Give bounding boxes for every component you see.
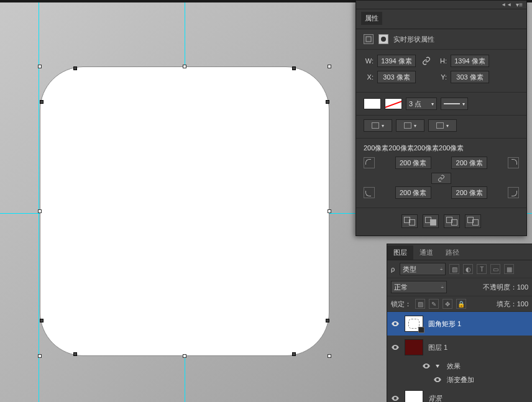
layer-list: 圆角矩形 1 图层 1 效果 渐变叠加 [387, 312, 532, 402]
collapse-triangle-icon[interactable] [436, 365, 439, 368]
chevron-down-icon: ▾ [431, 101, 434, 107]
radius-handle[interactable] [292, 66, 296, 70]
filter-kind-dropdown[interactable]: 类型 ÷ [400, 263, 446, 275]
path-combine-button[interactable] [401, 214, 418, 228]
blend-mode-value: 正常 [394, 283, 408, 292]
path-exclude-button[interactable] [465, 214, 481, 228]
fx-label: 效果 [447, 362, 461, 371]
radius-handle[interactable] [40, 100, 44, 104]
path-intersect-button[interactable] [444, 214, 460, 228]
blend-opacity-row: 正常 ÷ 不透明度：100 [387, 278, 532, 296]
radius-bl-input[interactable] [395, 186, 431, 199]
guide-vertical-left[interactable] [39, 2, 39, 402]
tab-paths[interactable]: 路径 [439, 245, 466, 260]
handle-ml[interactable] [38, 209, 42, 213]
path-subtract-button[interactable] [423, 214, 439, 228]
visibility-icon[interactable] [422, 362, 431, 370]
tab-channels[interactable]: 通道 [413, 245, 439, 260]
radius-tl-input[interactable] [395, 157, 431, 169]
radius-br-input[interactable] [451, 186, 487, 199]
chevron-down-icon: ÷ [441, 285, 444, 290]
radius-handle[interactable] [326, 319, 329, 322]
layer-fx-header[interactable]: 效果 [387, 359, 532, 373]
handle-tr[interactable] [328, 65, 331, 68]
stroke-swatch[interactable] [385, 98, 402, 109]
layer-item-layer1[interactable]: 图层 1 [387, 336, 532, 359]
stroke-align-dropdown[interactable]: ▾ [364, 119, 392, 132]
visibility-icon[interactable] [391, 319, 400, 328]
lock-paint-icon[interactable]: ✎ [429, 299, 439, 309]
layer-thumbnail [405, 339, 423, 355]
layers-tabs: 图层 通道 路径 [387, 244, 532, 260]
radius-handle[interactable] [73, 352, 77, 356]
tab-layers[interactable]: 图层 [387, 245, 413, 260]
filter-pixel-icon[interactable]: ▨ [449, 264, 459, 274]
x-label: X: [364, 73, 374, 81]
panel-title-row: 属性 [356, 9, 526, 29]
layer-item-background[interactable]: 背景 [387, 386, 532, 402]
link-wh-icon[interactable] [420, 55, 433, 66]
radius-handle[interactable] [292, 352, 296, 356]
width-input[interactable] [377, 55, 416, 67]
corner-tr-icon [508, 157, 519, 168]
shape-bounds-icon [364, 34, 374, 44]
layer-item-rounded-rect[interactable]: 圆角矩形 1 [387, 312, 532, 336]
radius-tr-input[interactable] [451, 157, 487, 169]
handle-mr[interactable] [328, 209, 331, 213]
stroke-style-dropdown[interactable]: ▾ [441, 98, 468, 110]
svg-point-1 [381, 37, 386, 42]
blend-mode-dropdown[interactable]: 正常 ÷ [391, 281, 447, 293]
handle-tc[interactable] [183, 65, 186, 68]
height-input[interactable] [451, 55, 489, 67]
height-label: H: [437, 57, 447, 65]
fill-value[interactable]: 100 [517, 300, 528, 308]
filter-smart-icon[interactable]: ▦ [504, 264, 514, 274]
handle-tl[interactable] [38, 65, 42, 68]
lock-all-icon[interactable]: 🔒 [456, 299, 466, 309]
corner-tl-icon [364, 157, 375, 168]
filter-type-icon[interactable]: T [477, 264, 487, 274]
properties-panel: ◄◄ ▾≡ 属性 实时形状属性 W: H: X: Y: [355, 0, 527, 236]
coordinates-section: W: H: X: Y: [356, 50, 526, 93]
layer-thumbnail [405, 390, 423, 402]
visibility-icon[interactable] [391, 343, 400, 352]
handle-bl[interactable] [38, 354, 42, 358]
stroke-options-row: ▾ ▾ ▾ [356, 116, 526, 139]
radius-handle[interactable] [326, 100, 329, 104]
layer-name: 圆角矩形 1 [428, 319, 461, 329]
handle-br[interactable] [328, 354, 331, 358]
radius-summary: 200像素200像素200像素200像素 [364, 144, 519, 153]
collapse-icon[interactable]: ◄◄ [501, 2, 512, 7]
cap-dropdown[interactable]: ▾ [396, 119, 424, 132]
x-input[interactable] [377, 71, 416, 83]
lock-pixels-icon[interactable]: ▨ [415, 299, 425, 309]
filter-shape-icon[interactable]: ▭ [490, 264, 500, 274]
fill-swatch[interactable] [364, 98, 381, 109]
opacity-value[interactable]: 100 [517, 283, 528, 291]
join-dropdown[interactable]: ▾ [428, 119, 457, 132]
link-radii-button[interactable] [431, 173, 451, 184]
handle-bc[interactable] [183, 354, 186, 358]
rounded-rectangle-shape[interactable] [40, 66, 329, 356]
chevron-down-icon: ▾ [462, 101, 465, 107]
lock-position-icon[interactable]: ✥ [443, 299, 452, 309]
panel-menu-icon[interactable]: ▾≡ [516, 1, 523, 8]
live-shape-header: 实时形状属性 [356, 29, 526, 50]
chevron-down-icon: ÷ [440, 267, 443, 272]
radius-handle[interactable] [40, 319, 44, 322]
visibility-icon[interactable] [391, 394, 400, 402]
width-label: W: [364, 57, 374, 65]
visibility-icon[interactable] [433, 375, 442, 384]
properties-tab[interactable]: 属性 [361, 12, 382, 25]
y-input[interactable] [451, 71, 489, 83]
layer-fx-item[interactable]: 渐变叠加 [387, 373, 532, 386]
stroke-width-value: 3 点 [409, 99, 421, 109]
fill-stroke-row: 3 点 ▾ ▾ [356, 93, 526, 116]
layer-filter-row: ρ 类型 ÷ ▨ ◐ T ▭ ▦ [387, 260, 532, 278]
filter-adjust-icon[interactable]: ◐ [463, 264, 473, 274]
fill-label: 填充： [497, 300, 517, 308]
corner-br-icon [508, 187, 519, 198]
fx-item-label: 渐变叠加 [447, 375, 474, 385]
stroke-width-dropdown[interactable]: 3 点 ▾ [406, 98, 437, 110]
radius-handle[interactable] [73, 66, 77, 70]
